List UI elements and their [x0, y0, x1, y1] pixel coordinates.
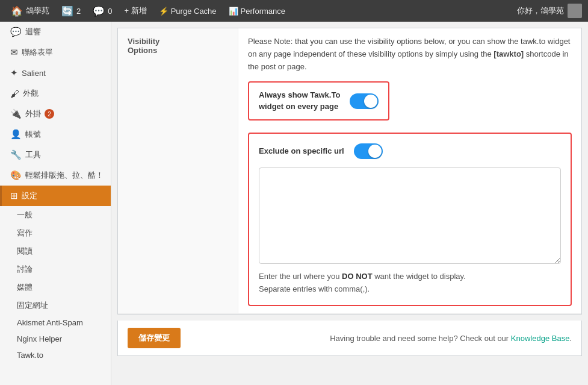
comment-icon: 💬: [93, 5, 105, 17]
exclude-url-textarea[interactable]: [259, 167, 561, 264]
visibility-options-value: Please Note: that you can use the visibi…: [238, 28, 581, 313]
save-button[interactable]: 儲存變更: [128, 328, 181, 348]
toggle-track-exclude[interactable]: [354, 143, 383, 159]
sidebar-sub-media[interactable]: 媒體: [0, 278, 111, 296]
toggle-thumb-always: [364, 95, 377, 108]
sidebar-label-appearance: 外觀: [23, 88, 39, 99]
sidebar-sub-writing[interactable]: 寫作: [0, 224, 111, 242]
url-help-text: Enter the url where you DO NOT want the …: [259, 271, 561, 296]
knowledge-base-link[interactable]: Knowledge Base: [511, 334, 570, 343]
sidebar-sub-nginx[interactable]: Nginx Helper: [0, 331, 111, 347]
sidebar-label-dragdrop: 輕鬆排版拖、拉、酷！: [25, 170, 104, 181]
new-label: + 新增: [124, 5, 146, 16]
greeting-text: 你好，鴿學苑: [517, 5, 564, 16]
footer-help: Having trouble and need some help? Check…: [330, 334, 572, 343]
intro-line2: on any page independent of these visibil…: [248, 49, 494, 58]
visibility-options-label: Visibility Options: [118, 28, 238, 313]
sidebar-label-tools: 工具: [25, 149, 41, 160]
comments-link[interactable]: 💬 0: [88, 0, 117, 22]
plugins-badge: 2: [45, 109, 54, 119]
performance-icon: 📊: [229, 7, 238, 16]
sidebar-label-contact: 聯絡表單: [22, 47, 53, 58]
sidebar: 💬 迴響 ✉ 聯絡表單 ✦ Salient 🖌 外觀 🔌 外掛 2 👤 帳號 🔧…: [0, 22, 111, 385]
sidebar-label-plugins: 外掛: [25, 108, 41, 119]
url-help-line1: Enter the url where you: [259, 272, 342, 281]
plugins-icon: 🔌: [10, 108, 22, 119]
always-show-toggle-box: Always show Tawk.Towidget on every page: [248, 81, 389, 120]
purge-cache-button[interactable]: ⚡ Purge Cache: [154, 0, 221, 22]
sidebar-sub-permalink[interactable]: 固定網址: [0, 296, 111, 315]
do-not-text: DO NOT: [342, 272, 373, 281]
update-count: 2: [76, 7, 81, 16]
always-show-label: Always show Tawk.Towidget on every page: [259, 90, 340, 111]
footer-help-text: Having trouble and need some help? Check…: [330, 334, 509, 343]
exclude-url-box: Exclude on specific url Enter the url wh…: [248, 133, 572, 307]
comments-icon: 💬: [10, 27, 22, 37]
sidebar-sub-discussion[interactable]: 討論: [0, 260, 111, 278]
sidebar-item-appearance[interactable]: 🖌 外觀: [0, 83, 111, 104]
tools-icon: 🔧: [10, 149, 22, 160]
settings-content-area: Visibility Options Please Note: that you…: [117, 28, 582, 315]
sidebar-sub-tawkto[interactable]: Tawk.to: [0, 347, 111, 363]
sidebar-item-comments[interactable]: 💬 迴響: [0, 22, 111, 42]
purge-icon: ⚡: [159, 7, 169, 16]
toggle-track-always[interactable]: [350, 93, 379, 109]
settings-icon: ⊞: [10, 190, 18, 201]
exclude-url-label: Exclude on specific url: [259, 146, 344, 155]
users-icon: 👤: [10, 129, 22, 140]
sidebar-item-dragdrop[interactable]: 🎨 輕鬆排版拖、拉、酷！: [0, 165, 111, 186]
sidebar-item-tools[interactable]: 🔧 工具: [0, 145, 111, 165]
sidebar-sub-general[interactable]: 一般: [0, 206, 111, 224]
always-show-toggle[interactable]: [350, 93, 379, 109]
exclude-url-toggle[interactable]: [354, 143, 383, 159]
sidebar-item-contact[interactable]: ✉ 聯絡表單: [0, 42, 111, 63]
comment-count: 0: [108, 7, 112, 16]
performance-button[interactable]: 📊 Performance: [224, 0, 290, 22]
admin-user-area: 你好，鴿學苑: [517, 4, 582, 18]
sidebar-label-users: 帳號: [25, 129, 41, 140]
intro-line4: the post or page.: [248, 62, 307, 71]
tawkto-shortcode: [tawkto]: [494, 49, 524, 58]
toggle-thumb-exclude: [368, 145, 382, 158]
sidebar-label-settings: 設定: [22, 190, 37, 201]
sidebar-item-plugins[interactable]: 🔌 外掛 2: [0, 104, 111, 124]
sidebar-item-users[interactable]: 👤 帳號: [0, 124, 111, 145]
exclude-header: Exclude on specific url: [259, 143, 561, 159]
main-layout: 💬 迴響 ✉ 聯絡表單 ✦ Salient 🖌 外觀 🔌 外掛 2 👤 帳號 🔧…: [0, 22, 588, 385]
dragdrop-icon: 🎨: [10, 170, 22, 181]
updates-link[interactable]: 🔄 2: [57, 0, 85, 22]
updates-icon: 🔄: [61, 5, 73, 17]
visibility-options-row: Visibility Options Please Note: that you…: [118, 28, 581, 314]
footer-period: .: [569, 334, 572, 343]
admin-bar: 🏠 鴿學苑 🔄 2 💬 0 + 新增 ⚡ Purge Cache 📊 Perfo…: [0, 0, 588, 22]
avatar: [568, 4, 582, 18]
url-help-line3: Separate entries with comma(,).: [259, 284, 370, 293]
main-content: Visibility Options Please Note: that you…: [111, 22, 588, 385]
salient-icon: ✦: [10, 67, 18, 78]
sidebar-label-salient: Salient: [22, 69, 46, 78]
sidebar-item-salient[interactable]: ✦ Salient: [0, 63, 111, 83]
sidebar-item-settings[interactable]: ⊞ 設定: [0, 186, 111, 206]
intro-line1: Please Note: that you can use the visibi…: [248, 37, 570, 46]
appearance-icon: 🖌: [10, 89, 19, 99]
intro-text: Please Note: that you can use the visibi…: [248, 36, 572, 73]
home-link[interactable]: 🏠 鴿學苑: [6, 0, 54, 22]
new-content-link[interactable]: + 新增: [119, 0, 151, 22]
sidebar-sub-reading[interactable]: 閱讀: [0, 242, 111, 260]
mail-icon: ✉: [10, 47, 18, 58]
performance-label: Performance: [241, 7, 285, 16]
sidebar-label-comments: 迴響: [25, 27, 41, 37]
sidebar-sub-akismet[interactable]: Akismet Anti-Spam: [0, 315, 111, 331]
url-help-line2: want the widget to display.: [373, 272, 466, 281]
footer-bar: 儲存變更 Having trouble and need some help? …: [117, 321, 582, 356]
site-name: 鴿學苑: [26, 5, 49, 16]
intro-shortcode-suffix: shortcode in: [524, 49, 568, 58]
home-icon: 🏠: [11, 5, 23, 17]
purge-cache-label: Purge Cache: [171, 7, 217, 16]
